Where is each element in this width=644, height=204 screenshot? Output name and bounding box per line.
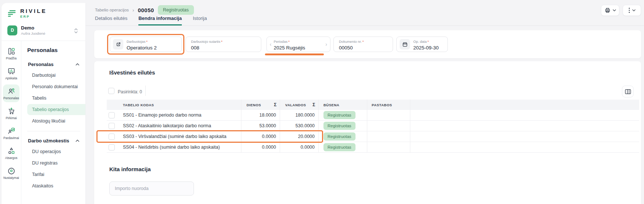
sidebar-item-du-registras[interactable]: DU registras (27, 158, 85, 169)
sidebar-item-ataskaitos[interactable]: Ataskaitos (27, 180, 85, 191)
row-code: SS03 - Viršvalandžiai (suminė darbo laik… (118, 131, 241, 142)
sidebar-item-du-operacijos[interactable]: DU operacijos (27, 146, 85, 157)
gear-icon (3, 167, 20, 175)
row-hours: 0.0000 (280, 142, 319, 152)
people-icon (3, 87, 20, 95)
import-link-input[interactable] (109, 181, 194, 196)
dokumento-nr-value: 00050 (339, 45, 364, 51)
logo: RIVILE ERP (7, 7, 80, 22)
col-header-dienos: DIENOS Σ (241, 100, 280, 110)
status-badge: Registruotas (158, 5, 194, 15)
required-mark: * (146, 39, 148, 44)
op-data-value: 2025-09-30 (413, 45, 439, 51)
row-status-badge: Registruotas (323, 111, 355, 119)
external-link-icon[interactable] (113, 39, 123, 49)
toolbar-divider (145, 86, 146, 96)
sum-icon[interactable]: Σ (312, 102, 315, 107)
more-actions-button[interactable] (623, 5, 641, 16)
period-prev-icon[interactable]: ‹ (268, 41, 274, 47)
sidebar-item-atostogu-likuciai[interactable]: Atostogų likučiai (27, 115, 85, 127)
table-row-ss02[interactable]: SS02 - Ataskaitinio laikotarpio darbo no… (107, 121, 639, 131)
home-dashboard-icon (3, 47, 20, 55)
chevron-down-icon (632, 9, 636, 11)
cart-icon (3, 107, 20, 115)
print-button[interactable] (601, 5, 619, 16)
row-checkbox[interactable] (109, 123, 115, 129)
switch-workspace-icon[interactable] (74, 28, 78, 34)
col-header-valandos: VALANDOS Σ (280, 100, 319, 110)
rail-item-pirkimai[interactable]: Pirkimai (3, 104, 20, 122)
rail-item-atsargos[interactable]: Atsargos (3, 144, 20, 162)
table-row-ss04[interactable]: SS04 - Neišdirbis (suminė darbo laiko ap… (107, 142, 639, 153)
row-hours: 180.0000 (280, 110, 319, 120)
row-checkbox[interactable] (109, 144, 115, 151)
avatar: D (7, 25, 17, 35)
menu-section-personalas[interactable]: Personalas (27, 59, 85, 69)
rail-item-apskaita[interactable]: Apskaita (3, 65, 20, 82)
row-status-badge: Registruotas (323, 122, 355, 130)
row-hours: 530.0000 (280, 121, 319, 131)
periodas-field[interactable]: ‹ Periodas* 2025 Rugsėjis › (266, 37, 330, 52)
table-row-ss01[interactable]: SS01 - Einamojo periodo darbo norma 18.0… (107, 110, 639, 121)
row-status-badge: Registruotas (323, 143, 355, 151)
darbuotojas-value: Operatorius 2 (127, 45, 157, 51)
row-notes (367, 142, 410, 152)
sidebar-item-tarifai[interactable]: Tarifai (27, 169, 85, 180)
kebab-menu-icon (629, 7, 630, 13)
table-header-row: TABELIO KODAS DIENOS Σ VALANDOS Σ BŪSENA… (107, 100, 639, 110)
table-row-ss03[interactable]: SS03 - Viršvalandžiai (suminė darbo laik… (107, 131, 639, 142)
calendar-icon[interactable] (400, 39, 410, 49)
op-data-field[interactable]: Op. data* 2025-09-30 (396, 37, 448, 52)
sidebar-item-darbuotojai[interactable]: Darbuotojai (27, 70, 85, 81)
tab-istorija[interactable]: Istorija (193, 15, 207, 25)
select-all-checkbox[interactable] (108, 88, 114, 94)
row-notes (367, 131, 410, 142)
menu-section-darbo-uzmokestis[interactable]: Darbo užmokestis (27, 136, 85, 146)
document-number: 00050 (138, 7, 154, 13)
breadcrumb-link[interactable]: Tabelio operacijos (95, 8, 129, 12)
col-header-tabelio-kodas: TABELIO KODAS (118, 100, 241, 110)
required-mark: * (427, 39, 429, 44)
row-checkbox[interactable] (109, 134, 115, 140)
rail-item-personalas[interactable]: Personalas (3, 84, 20, 102)
tab-bendra-informacija[interactable]: Bendra informacija (138, 15, 182, 25)
row-days: 0.0000 (241, 142, 280, 152)
row-notes (367, 110, 410, 120)
sidebar-item-tabelis[interactable]: Tabelis (27, 93, 85, 104)
required-mark: * (221, 39, 223, 44)
other-info-title: Kita informacija (109, 166, 151, 172)
workspace-switcher[interactable]: D Demo Aušra Juodienė (7, 22, 80, 41)
period-next-icon[interactable]: › (323, 41, 329, 47)
header-fields-card: Darbuotojas* Operatorius 2 Darbuotojo su… (94, 30, 641, 58)
chevron-up-icon (75, 63, 79, 66)
required-mark: * (288, 39, 290, 44)
sales-chart-person-icon (3, 127, 20, 135)
tab-detalios-eilutes[interactable]: Detalios eilutės (95, 15, 127, 25)
sidebar-header: RIVILE ERP D Demo Aušra Juodienė (1, 3, 85, 41)
top-actions (601, 5, 641, 16)
rail-item-nustatymai[interactable]: Nustatymai (3, 164, 20, 182)
column-settings-button[interactable] (622, 86, 634, 97)
darbuotojas-field[interactable]: Darbuotojas* Operatorius 2 (110, 37, 182, 52)
sidebar-item-personalo-dokumentai[interactable]: Personalo dokumentai (27, 81, 85, 92)
row-code: SS01 - Einamojo periodo darbo norma (118, 110, 241, 120)
row-days: 18.0000 (241, 110, 280, 120)
menu-divider (27, 131, 80, 131)
rail-item-pradzia[interactable]: Pradžia (3, 45, 20, 62)
dokumento-nr-field[interactable]: Dokumento nr.* 00050 (333, 37, 393, 52)
rail-item-pardavimai[interactable]: Pardavimai (3, 124, 20, 142)
chart-board-icon (3, 67, 20, 75)
derived-rows-card: Išvestinės eilutės Pasirinkta: 0 TABELIO… (94, 61, 641, 204)
brand-sub: ERP (20, 15, 47, 18)
sidebar-item-tabelio-operacijos[interactable]: Tabelio operacijos (27, 104, 85, 115)
breadcrumb-chevron-icon: › (132, 7, 134, 13)
sum-icon[interactable]: Σ (274, 102, 277, 107)
topbar: Tabelio operacijos › 00050 Registruotas (85, 0, 644, 26)
brand-name: RIVILE (20, 8, 47, 14)
printer-icon (605, 7, 611, 13)
sidebar: RIVILE ERP D Demo Aušra Juodienė Pradžia (1, 3, 85, 204)
darbuotojo-sutartis-field[interactable]: Darbuotojo sutartis* 008 (185, 37, 261, 52)
row-checkbox[interactable] (109, 112, 115, 118)
col-header-pastabos: PASTABOS (367, 100, 410, 110)
menu-hamburger-icon[interactable] (7, 9, 17, 17)
